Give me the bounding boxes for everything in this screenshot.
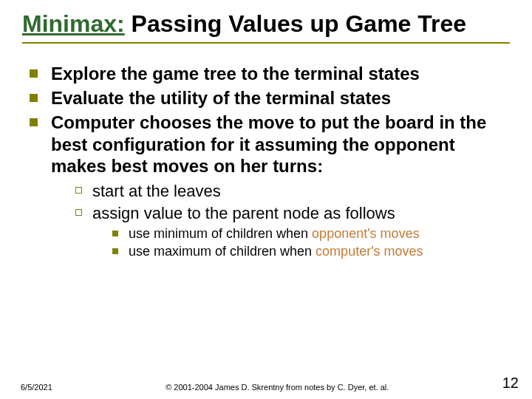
list-item: Evaluate the utility of the terminal sta…: [30, 87, 510, 109]
square-bullet-icon: [112, 248, 118, 254]
text-pre: use minimum of children when: [129, 226, 312, 241]
bullet-text: start at the leaves: [92, 181, 221, 202]
list-item: use maximum of children when computer's …: [112, 244, 510, 260]
list-item: Computer chooses the move to put the boa…: [30, 112, 510, 177]
page-number: 12: [502, 375, 519, 392]
slide: Minimax: Passing Values up Game Tree Exp…: [0, 0, 532, 399]
square-bullet-icon: [30, 69, 38, 78]
bullet-text: use maximum of children when computer's …: [129, 244, 423, 260]
text-accent: computer's moves: [316, 244, 423, 259]
footer-date: 6/5/2021: [21, 383, 52, 392]
footer-copyright: © 2001-2004 James D. Skrentny from notes…: [52, 383, 502, 392]
bullet-text: assign value to the parent node as follo…: [92, 203, 395, 224]
title-highlight: Minimax:: [22, 10, 125, 37]
bullet-text: Evaluate the utility of the terminal sta…: [51, 87, 391, 109]
slide-footer: 6/5/2021 © 2001-2004 James D. Skrentny f…: [0, 375, 532, 392]
square-bullet-icon: [112, 231, 118, 236]
text-pre: use maximum of children when: [129, 244, 316, 259]
hollow-square-bullet-icon: [75, 187, 82, 194]
bullet-text: Explore the game tree to the terminal st…: [51, 63, 420, 84]
list-item: Explore the game tree to the terminal st…: [30, 63, 510, 84]
sublist: start at the leaves assign value to the …: [30, 181, 510, 223]
bullet-text: Computer chooses the move to put the boa…: [51, 112, 510, 177]
list-item: use minimum of children when opponent's …: [112, 226, 510, 242]
text-accent: opponent's moves: [312, 226, 420, 241]
bullet-text: use minimum of children when opponent's …: [129, 226, 420, 242]
slide-body: Explore the game tree to the terminal st…: [22, 63, 510, 260]
hollow-square-bullet-icon: [75, 209, 82, 216]
square-bullet-icon: [30, 94, 38, 102]
list-item: assign value to the parent node as follo…: [75, 203, 510, 224]
square-bullet-icon: [30, 118, 38, 126]
sub-sublist: use minimum of children when opponent's …: [30, 226, 510, 259]
list-item: start at the leaves: [75, 181, 510, 202]
title-rest: Passing Values up Game Tree: [125, 10, 466, 37]
slide-title: Minimax: Passing Values up Game Tree: [22, 10, 510, 44]
